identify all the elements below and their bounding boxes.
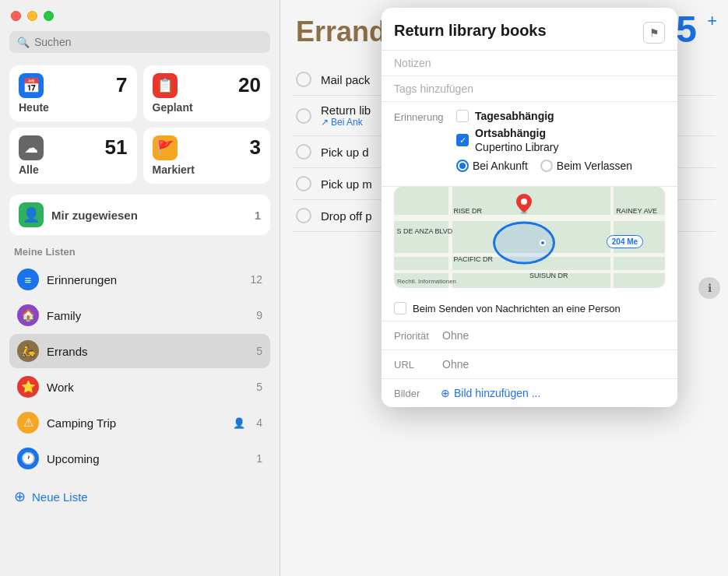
detail-header: Return library books ⚑	[382, 8, 677, 51]
task-checkbox[interactable]	[296, 72, 311, 87]
task-checkbox[interactable]	[296, 176, 311, 191]
search-icon: 🔍	[17, 37, 30, 48]
erinnerungen-count: 12	[250, 273, 262, 286]
task-name: Pick up d	[321, 146, 369, 159]
location-detail: Ortsabhängig Cupertino Library	[475, 127, 558, 153]
markiert-icon: 🚩	[153, 135, 178, 160]
sidebar: 🔍 📅 7 Heute 📋 20 Geplant ☁ 51 Alle	[0, 0, 280, 576]
nachrichten-checkbox[interactable]	[394, 302, 406, 314]
nachrichten-text: Beim Senden von Nachrichten an eine Pers…	[413, 303, 621, 314]
street-label-rise: RISE DR	[454, 207, 483, 215]
map-container[interactable]: RISE DR S DE ANZA BLVD PACIFIC DR SUISUN…	[394, 187, 665, 288]
errands-icon: 🛵	[17, 340, 39, 362]
upcoming-icon: 🕐	[17, 448, 39, 469]
heute-count: 7	[116, 73, 127, 97]
task-info: Pick up m	[321, 177, 372, 191]
map-background: RISE DR S DE ANZA BLVD PACIFIC DR SUISUN…	[394, 187, 665, 288]
task-info: Pick up d	[321, 146, 369, 159]
list-item-work[interactable]: ⭐ Work 5	[9, 370, 270, 404]
task-name: Pick up m	[321, 177, 372, 191]
alle-icon: ☁	[19, 135, 44, 160]
task-sub: ↗ Bei Ank	[321, 117, 371, 128]
url-label: URL	[394, 359, 433, 371]
flag-button[interactable]: ⚑	[643, 22, 665, 44]
geplant-count: 20	[238, 73, 261, 97]
smart-card-alle[interactable]: ☁ 51 Alle	[9, 128, 137, 184]
minimize-button[interactable]	[27, 11, 37, 21]
geplant-icon: 📋	[153, 73, 178, 98]
prioritaet-label: Priorität	[394, 330, 433, 342]
assigned-label: Mir zugewiesen	[51, 209, 138, 222]
errands-count: 5	[256, 345, 262, 357]
beim-verlassen-circle[interactable]	[540, 160, 553, 172]
camping-icon: ⚠	[17, 412, 39, 434]
url-value: Ohne	[442, 358, 469, 371]
smart-lists: 📅 7 Heute 📋 20 Geplant ☁ 51 Alle 🚩 3 M	[9, 65, 270, 184]
list-item-erinnerungen[interactable]: ≡ Erinnerungen 12	[9, 262, 270, 297]
nachrichten-row[interactable]: Beim Senden von Nachrichten an eine Pers…	[382, 296, 677, 321]
upcoming-label: Upcoming	[47, 452, 248, 465]
task-checkbox[interactable]	[296, 108, 311, 124]
erinnerung-section: Erinnerung Tagesabhängig ✓ Ortsabhängig …	[382, 102, 677, 187]
arrival-group: Bei Ankunft Beim Verlassen	[456, 160, 665, 172]
task-name: Drop off p	[321, 209, 372, 223]
bei-ankunft-circle[interactable]	[456, 160, 469, 172]
map-blue-dot	[540, 240, 546, 246]
task-checkbox[interactable]	[296, 208, 311, 223]
smart-card-heute[interactable]: 📅 7 Heute	[9, 65, 137, 121]
alle-label: Alle	[19, 163, 128, 176]
beim-verlassen-radio[interactable]: Beim Verlassen	[540, 160, 632, 172]
add-image-button[interactable]: ⊕ Bild hinzufügen ...	[441, 387, 540, 399]
erinnerungen-label: Erinnerungen	[47, 273, 242, 286]
street-label-rainey: RAINEY AVE	[616, 207, 657, 215]
main-content: Errands Mail pack Return lib ↗ Bei Ank P…	[280, 0, 728, 576]
upcoming-count: 1	[256, 452, 262, 465]
location-name: Cupertino Library	[475, 141, 558, 153]
work-icon: ⭐	[17, 376, 39, 398]
map-pin	[516, 194, 532, 217]
maximize-button[interactable]	[44, 11, 54, 21]
assigned-count: 1	[255, 209, 261, 222]
date-badge: 5	[676, 8, 697, 51]
family-count: 9	[256, 309, 262, 321]
assigned-left: 👤 Mir zugewiesen	[19, 202, 138, 227]
add-image-label: Bild hinzufügen ...	[454, 387, 540, 399]
street-label-suisun: SUISUN DR	[529, 272, 568, 279]
notizen-field[interactable]: Notizen	[382, 51, 677, 76]
list-item-camping[interactable]: ⚠ Camping Trip 👤 4	[9, 406, 270, 440]
erinnerung-label: Erinnerung	[394, 110, 448, 123]
location-icon: ↗	[321, 117, 329, 128]
info-button[interactable]: ℹ	[698, 277, 720, 299]
beim-verlassen-label: Beim Verlassen	[557, 160, 632, 172]
ortsabhaengig-row[interactable]: ✓ Ortsabhängig Cupertino Library	[456, 127, 665, 153]
my-lists-section-title: Meine Listen	[9, 246, 270, 258]
smart-card-markiert[interactable]: 🚩 3 Markiert	[143, 128, 271, 184]
close-button[interactable]	[11, 11, 21, 21]
new-list-button[interactable]: ⊕ Neue Liste	[9, 480, 270, 513]
add-button[interactable]: +	[707, 11, 717, 31]
tagesabhaengig-checkbox[interactable]	[456, 110, 469, 122]
bilder-row: Bilder ⊕ Bild hinzufügen ...	[382, 379, 677, 407]
list-item-family[interactable]: 🏠 Family 9	[9, 298, 270, 332]
bei-ankunft-radio[interactable]: Bei Ankunft	[456, 160, 528, 172]
assigned-card[interactable]: 👤 Mir zugewiesen 1	[9, 195, 270, 235]
heute-label: Heute	[19, 101, 128, 114]
tagesabhaengig-row[interactable]: Tagesabhängig	[456, 110, 665, 122]
ortsabhaengig-label: Ortsabhängig	[475, 127, 558, 139]
street-label-anza: S DE ANZA BLVD	[396, 227, 452, 235]
task-name: Mail pack	[321, 73, 370, 86]
smart-card-geplant[interactable]: 📋 20 Geplant	[143, 65, 271, 121]
search-input[interactable]	[34, 36, 262, 48]
new-list-label: Neue Liste	[32, 490, 88, 504]
list-item-upcoming[interactable]: 🕐 Upcoming 1	[9, 441, 270, 476]
task-info: Return lib ↗ Bei Ank	[321, 104, 371, 128]
erinnerung-content: Tagesabhängig ✓ Ortsabhängig Cupertino L…	[456, 110, 665, 172]
map-legal-info: Rechtl. Informationen	[397, 278, 456, 285]
ortsabhaengig-checkbox[interactable]: ✓	[456, 134, 469, 146]
detail-panel: Return library books ⚑ Notizen Tags hinz…	[382, 8, 677, 407]
tags-field[interactable]: Tags hinzufügen	[382, 76, 677, 102]
task-checkbox[interactable]	[296, 144, 311, 160]
search-bar[interactable]: 🔍	[9, 31, 270, 53]
svg-point-1	[521, 198, 527, 205]
list-item-errands[interactable]: 🛵 Errands 5	[9, 334, 270, 368]
